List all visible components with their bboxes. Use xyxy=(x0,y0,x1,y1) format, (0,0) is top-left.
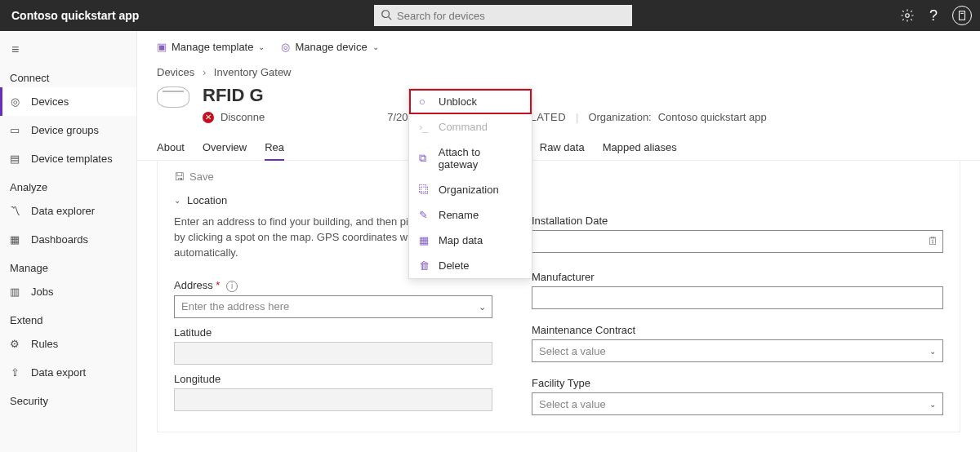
breadcrumb-root[interactable]: Devices xyxy=(157,66,194,78)
tab-overview[interactable]: Overview xyxy=(203,135,247,160)
map-data-icon: ▦ xyxy=(419,234,430,246)
select-value: Select a value xyxy=(539,398,606,410)
manage-device-button[interactable]: ◎ Manage device ⌄ xyxy=(281,41,378,53)
breadcrumb-node[interactable]: Inventory Gatew xyxy=(214,66,292,78)
chevron-down-icon: ⌄ xyxy=(372,42,379,51)
avatar[interactable] xyxy=(952,6,972,25)
cmd-label: Manage template xyxy=(172,41,253,53)
top-icons: ? xyxy=(900,6,972,25)
sidebar-item-device-templates[interactable]: ▤ Device templates xyxy=(0,144,136,173)
facility-label: Facility Type xyxy=(532,377,943,389)
menu-item-attach-gateway[interactable]: ⧉ Attach to gateway xyxy=(409,140,532,177)
tab-about[interactable]: About xyxy=(157,135,185,160)
devices-icon: ◎ xyxy=(8,95,21,108)
template-icon: ▣ xyxy=(157,41,167,53)
sidebar-item-label: Dashboards xyxy=(31,233,88,246)
facility-select[interactable]: Select a value ⌄ xyxy=(532,392,943,415)
svg-point-2 xyxy=(906,14,910,18)
menu-item-rename[interactable]: ✎ Rename xyxy=(409,202,532,228)
sidebar-item-data-export[interactable]: ⇪ Data export xyxy=(0,358,136,387)
menu-item-organization[interactable]: ⿻ Organization xyxy=(409,177,532,202)
chevron-right-icon: › xyxy=(203,66,206,78)
maintenance-label: Maintenance Contract xyxy=(532,324,943,336)
chevron-down-icon: ⌄ xyxy=(258,42,265,51)
panel-right: Installation Date 🗓 Manufacturer Mainten… xyxy=(532,215,943,415)
latitude-input xyxy=(174,342,492,365)
tab-rea[interactable]: Rea xyxy=(265,135,284,160)
sidebar-item-label: Devices xyxy=(31,95,69,108)
address-input[interactable] xyxy=(174,295,492,318)
jobs-icon: ▥ xyxy=(8,286,21,298)
save-icon: 🖫 xyxy=(174,171,185,183)
tab-raw-data[interactable]: Raw data xyxy=(540,135,585,160)
unblock-icon: ○ xyxy=(419,95,430,108)
manufacturer-label: Manufacturer xyxy=(532,271,943,283)
save-button[interactable]: 🖫 Save xyxy=(158,161,960,183)
info-icon[interactable]: i xyxy=(226,281,238,292)
layout: ≡ Connect ◎ Devices ▭ Device groups ▤ De… xyxy=(0,31,980,452)
svg-point-0 xyxy=(382,11,390,18)
chevron-down-icon: ⌄ xyxy=(929,347,936,356)
manage-template-button[interactable]: ▣ Manage template ⌄ xyxy=(157,41,265,53)
menu-item-command: ›_ Command xyxy=(409,114,532,140)
device-templates-icon: ▤ xyxy=(8,153,21,165)
menu-label: Rename xyxy=(439,209,479,221)
search-input[interactable] xyxy=(374,5,632,26)
manage-device-menu: ○ Unblock ›_ Command ⧉ Attach to gateway… xyxy=(408,88,532,279)
sidebar-item-label: Rules xyxy=(31,338,58,350)
breadcrumb: Devices › Inventory Gatew xyxy=(137,63,980,78)
select-value: Select a value xyxy=(539,345,606,357)
org-icon: ⿻ xyxy=(419,184,430,196)
divider: | xyxy=(576,111,578,123)
main: ▣ Manage template ⌄ ◎ Manage device ⌄ De… xyxy=(137,31,980,452)
manufacturer-input[interactable] xyxy=(532,286,943,309)
calendar-icon[interactable]: 🗓 xyxy=(928,235,938,247)
menu-label: Organization xyxy=(439,184,499,196)
app-title: Contoso quickstart app xyxy=(8,9,139,22)
chevron-down-icon: ⌄ xyxy=(929,400,936,409)
maintenance-select[interactable]: Select a value ⌄ xyxy=(532,339,943,362)
sidebar-item-jobs[interactable]: ▥ Jobs xyxy=(0,277,136,306)
sidebar-item-device-groups[interactable]: ▭ Device groups xyxy=(0,116,136,144)
device-groups-icon: ▭ xyxy=(8,124,21,136)
svg-line-1 xyxy=(389,17,392,20)
sidebar: ≡ Connect ◎ Devices ▭ Device groups ▤ De… xyxy=(0,31,137,452)
sidebar-item-dashboards[interactable]: ▦ Dashboards xyxy=(0,225,136,254)
menu-item-map-data[interactable]: ▦ Map data xyxy=(409,228,532,253)
sidebar-item-devices[interactable]: ◎ Devices xyxy=(0,87,136,116)
menu-item-unblock[interactable]: ○ Unblock xyxy=(409,89,532,114)
help-icon[interactable]: ? xyxy=(929,7,938,24)
install-date-input[interactable] xyxy=(532,230,943,253)
menu-label: Delete xyxy=(439,259,470,272)
section-connect: Connect xyxy=(0,64,136,87)
device-status-row: ✕ Disconne 7/2022, 1:08:57 PM | SIMULATE… xyxy=(137,108,980,130)
rules-icon: ⚙ xyxy=(8,338,21,350)
section-security: Security xyxy=(0,387,136,410)
svg-rect-3 xyxy=(960,11,965,20)
tabs: About Overview Rea Devices Commands Raw … xyxy=(137,130,980,161)
device-icon: ◎ xyxy=(281,41,290,53)
chevron-down-icon[interactable]: ⌄ xyxy=(479,302,486,312)
command-icon: ›_ xyxy=(419,121,430,133)
search-icon xyxy=(381,9,392,20)
save-label: Save xyxy=(189,171,214,183)
gear-icon[interactable] xyxy=(900,8,915,23)
sidebar-item-label: Data export xyxy=(31,366,86,379)
section-location-toggle[interactable]: ⌄ Location xyxy=(158,183,960,215)
status-error-icon: ✕ xyxy=(203,112,214,123)
menu-label: Attach to gateway xyxy=(439,146,522,171)
device-hardware-icon xyxy=(157,86,189,108)
menu-item-delete[interactable]: 🗑 Delete xyxy=(409,253,532,278)
sidebar-item-data-explorer[interactable]: 〽 Data explorer xyxy=(0,197,136,225)
data-explorer-icon: 〽 xyxy=(8,205,21,217)
latitude-label: Latitude xyxy=(174,326,492,339)
sidebar-item-rules[interactable]: ⚙ Rules xyxy=(0,330,136,358)
sidebar-item-label: Device templates xyxy=(31,153,113,165)
tab-mapped-aliases[interactable]: Mapped aliases xyxy=(603,135,677,160)
command-bar: ▣ Manage template ⌄ ◎ Manage device ⌄ xyxy=(137,31,980,63)
sidebar-item-label: Data explorer xyxy=(31,205,95,217)
device-header: RFID G xyxy=(137,78,980,108)
link-icon: ⧉ xyxy=(419,152,430,165)
hamburger-icon[interactable]: ≡ xyxy=(0,36,136,64)
address-combo: ⌄ xyxy=(174,295,492,318)
